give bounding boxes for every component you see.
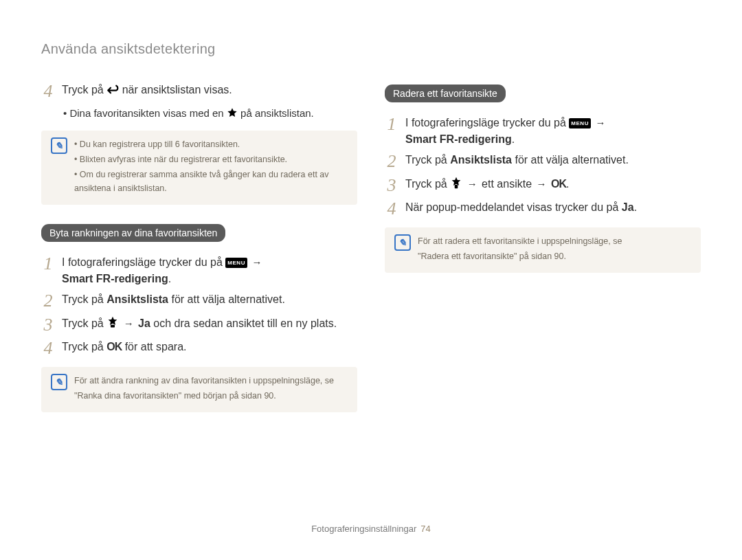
step-text: I fotograferingsläge trycker du på MENU …	[405, 115, 607, 148]
ok-icon: OK	[106, 341, 122, 352]
page-title: Använda ansiktsdetektering	[41, 41, 701, 57]
step-text: Tryck på → ett ansikte → OK.	[405, 176, 569, 194]
note-box-2: ✎ För att ändra rankning av dina favorit…	[41, 367, 357, 412]
step-4-sub-bullet: • Dina favoritansikten visas med en på a…	[63, 106, 357, 123]
left-column: 4 Tryck på när ansiktslistan visas. • Di…	[41, 78, 357, 425]
arrow-right-icon: →	[124, 316, 134, 332]
step-number: 4	[41, 339, 55, 359]
arrow-right-icon: →	[536, 177, 546, 192]
step-number: 2	[385, 152, 398, 172]
star-rank-icon	[106, 316, 119, 333]
star-icon	[227, 107, 238, 123]
note-body: För att radera ett favoritansikte i upps…	[418, 234, 622, 265]
step-number: 3	[41, 315, 55, 335]
note-icon: ✎	[51, 374, 67, 390]
step-text: Tryck på OK för att spara.	[62, 339, 186, 355]
arrow-right-icon: →	[251, 255, 262, 271]
step-text: Tryck på → Ja och dra sedan ansiktet til…	[62, 315, 337, 333]
section-chip-delete: Radera ett favoritansikte	[385, 85, 506, 102]
step-number: 3	[385, 176, 398, 196]
step-number: 1	[385, 115, 398, 135]
step-text: Tryck på Ansiktslista för att välja alte…	[62, 291, 285, 308]
menu-icon: MENU	[225, 258, 247, 268]
ok-icon: OK	[551, 178, 566, 190]
step-number: 1	[41, 254, 55, 274]
del-step-2: 2 Tryck på Ansiktslista för att välja al…	[385, 152, 701, 172]
manual-page: Använda ansiktsdetektering 4 Tryck på nä…	[0, 0, 742, 560]
del-step-3: 3 Tryck på → ett ansikte → OK.	[385, 176, 701, 196]
step-text: När popup-meddelandet visas trycker du p…	[405, 199, 637, 216]
note-body: • Du kan registrera upp till 6 favoritan…	[74, 137, 348, 197]
arrow-right-icon: →	[595, 115, 605, 131]
page-footer: Fotograferingsinställningar74	[0, 524, 742, 534]
step-text: Tryck på Ansiktslista för att välja alte…	[405, 152, 629, 168]
menu-icon: MENU	[569, 118, 591, 128]
star-trash-icon	[450, 177, 462, 194]
note-icon: ✎	[51, 137, 67, 154]
rank-step-3: 3 Tryck på → Ja och dra sedan ansiktet t…	[41, 315, 357, 335]
svg-rect-1	[455, 185, 458, 188]
rank-step-1: 1 I fotograferingsläge trycker du på MEN…	[41, 254, 357, 287]
del-step-4: 4 När popup-meddelandet visas trycker du…	[385, 199, 701, 219]
note-box-1: ✎ • Du kan registrera upp till 6 favorit…	[41, 131, 357, 205]
del-step-1: 1 I fotograferingsläge trycker du på MEN…	[385, 115, 701, 148]
svg-rect-0	[111, 324, 115, 327]
arrow-right-icon: →	[467, 177, 477, 192]
step-text: I fotograferingsläge trycker du på MENU …	[62, 254, 263, 287]
two-column-layout: 4 Tryck på när ansiktslistan visas. • Di…	[41, 78, 701, 425]
note-icon: ✎	[394, 234, 411, 251]
rank-step-4: 4 Tryck på OK för att spara.	[41, 339, 357, 359]
step-number: 4	[41, 82, 55, 102]
section-chip-ranking: Byta rankningen av dina favoritansikten	[41, 224, 225, 242]
right-column: Radera ett favoritansikte 1 I fotografer…	[385, 78, 701, 425]
note-body: För att ändra rankning av dina favoritan…	[74, 374, 334, 404]
step-number: 2	[41, 291, 55, 311]
step-number: 4	[385, 199, 398, 219]
rank-step-2: 2 Tryck på Ansiktslista för att välja al…	[41, 291, 357, 311]
step-4-back: 4 Tryck på när ansiktslistan visas.	[41, 82, 357, 102]
note-box-3: ✎ För att radera ett favoritansikte i up…	[385, 227, 701, 273]
return-icon	[106, 83, 119, 100]
step-text: Tryck på när ansiktslistan visas.	[62, 82, 232, 100]
